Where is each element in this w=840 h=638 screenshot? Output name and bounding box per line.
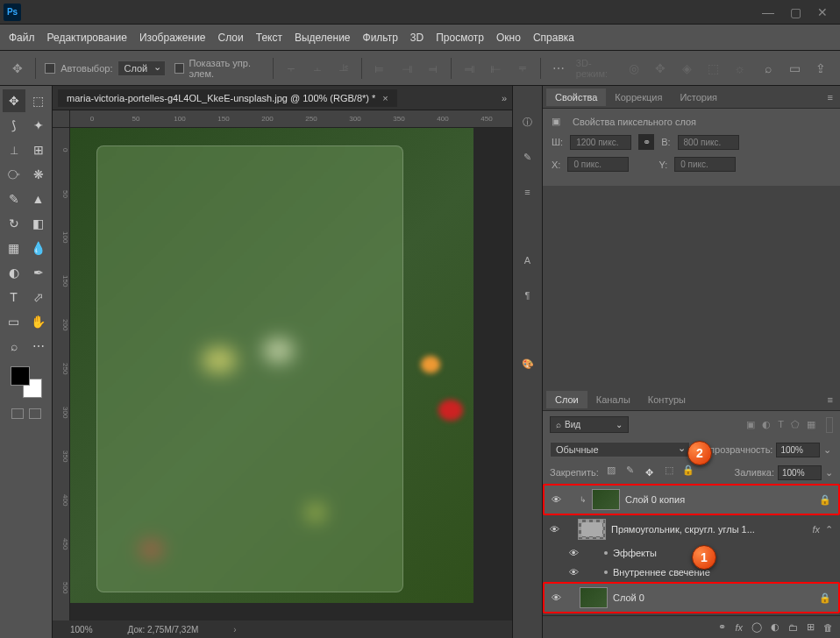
wand-tool[interactable]: ✦ <box>27 114 50 137</box>
opacity-input[interactable]: 100% <box>776 443 820 457</box>
link-wh-icon[interactable]: ⚭ <box>638 134 654 150</box>
filter-type-icon[interactable]: T <box>778 419 784 430</box>
align-bottom-icon[interactable]: ⫡ <box>335 58 352 79</box>
info-panel-icon[interactable]: ⓘ <box>518 112 537 131</box>
quick-mask-icon[interactable] <box>11 408 24 419</box>
edit-toolbar-tool[interactable]: ⋯ <box>27 335 50 358</box>
foreground-swatch[interactable] <box>11 366 30 386</box>
type-tool[interactable]: T <box>3 286 25 308</box>
horizontal-ruler[interactable]: 050100150200250300350400450 <box>70 110 512 128</box>
eyedropper-tool[interactable]: ⧂ <box>3 163 25 186</box>
path-select-tool[interactable]: ⬀ <box>27 286 50 308</box>
menu-layers[interactable]: Слои <box>218 32 244 44</box>
height-input[interactable]: 800 пикс. <box>678 135 739 150</box>
expand-icon[interactable]: ⌃ <box>825 524 833 535</box>
3d-pan-icon[interactable]: ✥ <box>651 58 669 79</box>
brush-panel-icon[interactable]: ✎ <box>518 147 537 167</box>
brush-tool[interactable]: ✎ <box>3 188 25 210</box>
vertical-ruler[interactable]: 050100150200250300350400450500 <box>53 128 70 620</box>
maximize-button[interactable]: ▢ <box>790 5 801 19</box>
document-tab[interactable]: maria-victoria-portelles-g4L4OL_KkeE-uns… <box>58 89 397 107</box>
eraser-tool[interactable]: ◧ <box>27 212 50 235</box>
panel-menu-icon[interactable]: ≡ <box>821 394 840 405</box>
frame-tool[interactable]: ⊞ <box>27 138 50 161</box>
distribute-2-icon[interactable]: ⫦ <box>487 58 504 79</box>
gradient-tool[interactable]: ▦ <box>3 237 25 259</box>
layer-name[interactable]: Слой 0 копия <box>625 494 814 505</box>
tab-paths[interactable]: Контуры <box>639 391 694 408</box>
menu-file[interactable]: Файл <box>9 32 35 44</box>
layer-row[interactable]: 👁 Слой 0 🔒 <box>543 582 840 613</box>
lock-icon[interactable]: 🔒 <box>819 494 831 506</box>
align-top-icon[interactable]: ⫟ <box>282 58 300 79</box>
lock-position-icon[interactable]: ✥ <box>643 464 657 480</box>
width-input[interactable]: 1200 пикс. <box>570 135 631 150</box>
doc-info[interactable]: Док: 2,75M/7,32M <box>128 625 199 634</box>
hand-tool[interactable]: ✋ <box>27 310 50 333</box>
workspace-icon[interactable]: ▭ <box>784 58 805 79</box>
pen-tool[interactable]: ✒ <box>27 261 50 284</box>
tab-channels[interactable]: Каналы <box>587 391 639 408</box>
tab-history[interactable]: История <box>671 89 726 106</box>
layer-row[interactable]: 👁 ↳ Слой 0 копия 🔒 <box>543 484 840 515</box>
filter-pixel-icon[interactable]: ▣ <box>746 419 755 430</box>
align-vcenter-icon[interactable]: ⫠ <box>309 58 326 79</box>
move-tool[interactable]: ✥ <box>3 89 25 112</box>
layer-thumbnail[interactable] <box>578 519 606 540</box>
align-hcenter-icon[interactable]: ⫣ <box>397 58 415 79</box>
layer-filter-select[interactable]: ⌕ Вид ⌄ <box>550 416 629 433</box>
character-panel-icon[interactable]: A <box>518 251 537 270</box>
menu-edit[interactable]: Редактирование <box>47 32 127 44</box>
group-icon[interactable]: 🗀 <box>788 622 798 633</box>
menu-view[interactable]: Просмотр <box>436 32 484 44</box>
blur-tool[interactable]: 💧 <box>27 237 50 259</box>
menu-filter[interactable]: Фильтр <box>363 32 398 44</box>
autoselect-checkbox[interactable] <box>45 63 55 74</box>
color-swatches[interactable] <box>11 366 42 398</box>
heal-tool[interactable]: ❋ <box>27 163 50 186</box>
menu-window[interactable]: Окно <box>496 32 521 44</box>
lock-icon[interactable]: 🔒 <box>819 592 831 604</box>
fill-input[interactable]: 100% <box>778 465 822 480</box>
paragraph-panel-icon[interactable]: ¶ <box>518 286 537 305</box>
history-brush-tool[interactable]: ↻ <box>3 212 25 235</box>
dodge-tool[interactable]: ◐ <box>3 261 25 284</box>
more-icon[interactable]: ⋯ <box>550 58 567 79</box>
layer-effect-item[interactable]: 👁 Внутреннее свечение 1 <box>543 563 840 582</box>
x-input[interactable]: 0 пикс. <box>567 157 629 172</box>
blend-mode-select[interactable]: Обычные <box>550 442 690 457</box>
lock-transparent-icon[interactable]: ▨ <box>604 464 618 480</box>
shape-tool[interactable]: ▭ <box>3 310 25 333</box>
zoom-level[interactable]: 100% <box>70 625 93 634</box>
screen-mode-icon[interactable] <box>29 408 41 419</box>
menu-help[interactable]: Справка <box>533 32 574 44</box>
layer-thumbnail[interactable] <box>592 489 620 510</box>
tab-collapse-icon[interactable]: » <box>496 93 512 103</box>
tab-adjustments[interactable]: Коррекция <box>606 89 671 106</box>
3d-scale-icon[interactable]: ⬚ <box>704 58 722 79</box>
visibility-icon[interactable]: 👁 <box>552 494 564 505</box>
layer-thumbnail[interactable] <box>580 587 608 608</box>
layer-name[interactable]: Прямоугольник, скругл. углы 1... <box>611 524 807 535</box>
3d-light-icon[interactable]: ☼ <box>731 58 749 79</box>
visibility-icon[interactable]: 👁 <box>552 592 564 603</box>
filter-smart-icon[interactable]: ▦ <box>807 419 815 430</box>
stamp-tool[interactable]: ▲ <box>27 188 50 210</box>
visibility-icon[interactable]: 👁 <box>569 567 581 578</box>
menu-image[interactable]: Изображение <box>139 32 206 44</box>
new-layer-icon[interactable]: ⊞ <box>807 621 815 633</box>
layer-row[interactable]: 👁 Прямоугольник, скругл. углы 1... fx ⌃ <box>543 515 840 543</box>
tab-close-icon[interactable]: × <box>382 93 388 103</box>
fx-badge[interactable]: fx <box>812 524 820 535</box>
effect-name[interactable]: Внутреннее свечение <box>613 567 833 578</box>
search-icon[interactable]: ⌕ <box>758 58 779 79</box>
tab-layers[interactable]: Слои <box>546 391 587 408</box>
menu-text[interactable]: Текст <box>256 32 282 44</box>
share-icon[interactable]: ⇪ <box>810 58 831 79</box>
align-left-icon[interactable]: ⫢ <box>371 58 388 79</box>
link-layers-icon[interactable]: ⚭ <box>718 621 726 633</box>
distribute-1-icon[interactable]: ⫥ <box>460 58 478 79</box>
menu-select[interactable]: Выделение <box>295 32 351 44</box>
y-input[interactable]: 0 пикс. <box>674 157 736 172</box>
delete-icon[interactable]: 🗑 <box>823 622 833 633</box>
